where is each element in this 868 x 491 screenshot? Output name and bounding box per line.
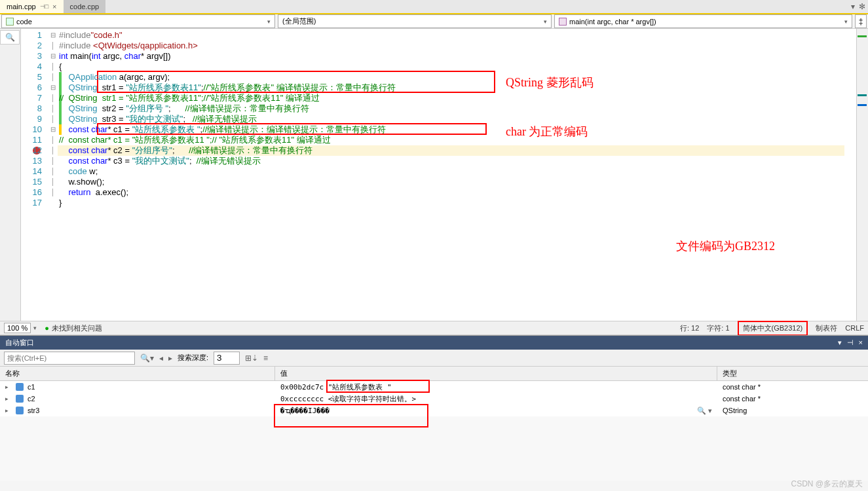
table-row[interactable]: ▸c2 0xcccccccc <读取字符串字符时出错。> const char … [0,393,868,405]
tool-icon[interactable]: ≡ [263,354,268,363]
navigation-bar: code ▾ (全局范围) ▾ main(int argc, char * ar… [0,14,868,29]
col-name[interactable]: 名称 [0,367,275,380]
gear-icon[interactable]: ✻ [859,2,865,11]
marker [858,94,867,96]
check-icon: ● [45,324,49,332]
search-icon[interactable]: 🔍 [0,30,20,45]
search-icon[interactable]: 🔍▾ [140,354,154,363]
fold-column[interactable]: ⊟│⊟││⊟│││⊟││││││ [47,29,59,321]
issues-text: 未找到相关问题 [52,323,102,333]
status-char: 字符: 1 [707,323,729,333]
file-tab-code[interactable]: code.cpp [64,0,106,13]
status-encoding[interactable]: 简体中文(GB2312) [738,321,808,336]
chevron-down-icon: ▾ [267,18,271,25]
issues-indicator[interactable]: ● 未找到相关问题 [45,323,102,333]
file-tab-label: main.cpp [7,3,36,10]
swap-icon[interactable]: ‡ [855,14,867,28]
table-row[interactable]: ▸str3 �ҵ����IJ���🔍 ▾ QString [0,405,868,416]
code-editor[interactable]: 1234567891011121314151617 ⊟│⊟││⊟│││⊟││││… [21,29,856,321]
zoom-value[interactable]: 100 % [4,323,31,333]
tool-icon[interactable]: ⊞⇣ [245,354,258,363]
status-line: 行: 12 [680,323,699,333]
member-dropdown[interactable]: main(int argc, char * argv[]) ▾ [554,14,852,28]
context-dropdown[interactable]: (全局范围) ▾ [278,14,552,28]
table-header: 名称 值 类型 [0,367,868,381]
close-icon[interactable]: × [52,3,56,10]
member-text: main(int argc, char * argv[]) [569,18,656,26]
status-crlf: CRLF [845,324,864,332]
chevron-down-icon: ▾ [844,18,848,25]
autos-panel: 自动窗口 ▾ ⊣ × 🔍▾ ◂ ▸ 搜索深度: ⊞⇣ ≡ 名称 值 类型 ▸c1… [0,335,868,481]
zoom-control[interactable]: 100 % ▾ [4,323,37,333]
nav-right-icon[interactable]: ▸ [168,354,172,363]
context-text: (全局范围) [282,16,316,26]
depth-input[interactable] [214,352,240,365]
scope-icon [6,18,14,26]
table-row[interactable]: ▸c1 0x00b2dc7c "站所线系参数表 " const char * [0,381,868,393]
chevron-down-icon: ▾ [33,325,37,331]
col-type[interactable]: 类型 [717,367,868,380]
nav-left-icon[interactable]: ◂ [159,354,163,363]
editor-status-bar: 100 % ▾ ● 未找到相关问题 行: 12 字符: 1 简体中文(GB231… [0,321,868,335]
status-tab: 制表符 [816,323,837,333]
col-value[interactable]: 值 [275,367,717,380]
panel-title-bar[interactable]: 自动窗口 ▾ ⊣ × [0,336,868,350]
table-body: ▸c1 0x00b2dc7c "站所线系参数表 " const char *▸c… [0,381,868,416]
left-rail: 🔍 [0,29,21,321]
chevron-down-icon: ▾ [544,18,547,25]
panel-title-text: 自动窗口 [5,338,34,348]
search-input[interactable] [4,352,135,365]
chevron-down-icon[interactable]: ▾ [838,338,842,347]
scope-dropdown[interactable]: code ▾ [1,14,275,28]
panel-toolbar: 🔍▾ ◂ ▸ 搜索深度: ⊞⇣ ≡ [0,350,868,367]
watermark: CSDN @多云的夏天 [791,479,863,490]
line-numbers: 1234567891011121314151617 [21,29,47,321]
editor-region: 🔍 1234567891011121314151617 ⊟│⊟││⊟│││⊟││… [0,29,868,321]
code-text[interactable]: #include"code.h"#include <QtWidgets/qapp… [59,29,856,321]
pin-icon[interactable]: ⊣□ [40,3,48,10]
marker [858,35,867,37]
close-icon[interactable]: × [859,338,863,347]
file-tab-label: code.cpp [70,3,100,10]
marker [858,104,867,106]
member-icon [559,18,567,26]
scope-text: code [16,18,32,26]
file-tab-main[interactable]: main.cpp ⊣□ × [0,0,64,13]
file-tabs-bar: main.cpp ⊣□ × code.cpp ▾ ✻ [0,0,868,14]
depth-label: 搜索深度: [178,353,208,363]
tab-dropdown-icon[interactable]: ▾ [851,2,855,11]
pin-icon[interactable]: ⊣ [847,338,854,347]
scrollbar-area[interactable] [856,29,868,321]
